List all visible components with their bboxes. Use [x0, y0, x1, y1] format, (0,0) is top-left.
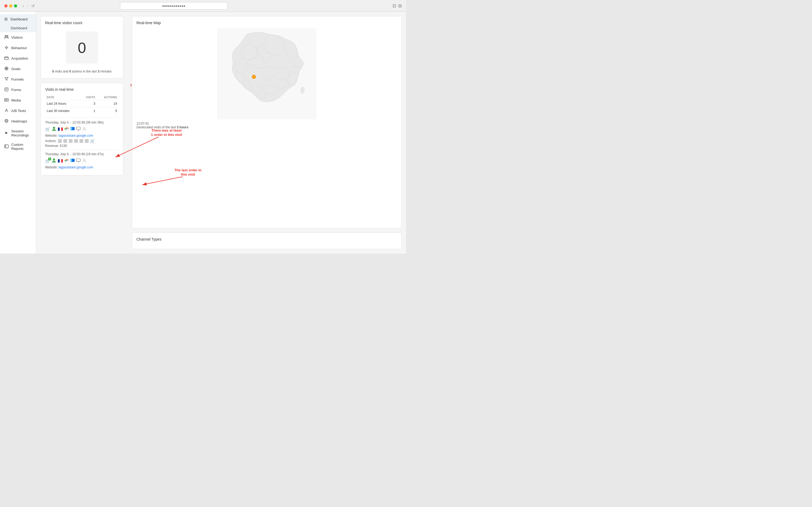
- sidebar-item-label: Forms: [11, 88, 21, 92]
- goals-icon: [4, 66, 9, 71]
- visit-entry-1: Thursday, July 4, - 12:03:39 (39 min 38s…: [45, 118, 119, 149]
- map-container: [136, 28, 397, 119]
- address-text: ●●●●●●●●●●●●: [162, 4, 185, 8]
- location-marker: [252, 75, 256, 79]
- finder-icon: [70, 126, 75, 132]
- address-bar[interactable]: ●●●●●●●●●●●●: [120, 2, 227, 10]
- svg-point-28: [66, 160, 67, 161]
- sidebar-toggle-icon[interactable]: ⊡: [393, 3, 396, 8]
- france-map-svg: [136, 28, 397, 119]
- visitor-count-number: 0: [77, 39, 86, 56]
- action-file-icon: [69, 139, 72, 143]
- sidebar-item-label: A/B Tests: [11, 109, 26, 113]
- summary-actions: 0: [69, 69, 71, 73]
- visit-datetime-2: Thursday, July 4, - 10:50:49 (19 min 47s…: [45, 152, 119, 156]
- sidebar: ⊞ Dashboard Dashboard Visitors: [0, 12, 36, 253]
- sidebar-item-label: Dashboard: [10, 17, 27, 21]
- finder-icon-2: [70, 158, 75, 164]
- sidebar-item-goals[interactable]: Goals: [0, 64, 36, 74]
- sidebar-item-custom-reports[interactable]: Custom Reports: [0, 140, 36, 153]
- svg-rect-33: [76, 159, 80, 161]
- action-file-icon: [63, 139, 67, 143]
- sidebar-item-label: Session Recordings: [11, 129, 32, 137]
- browser-toolbar: ‹ › ↺ ●●●●●●●●●●●● ⊡ ⊟: [0, 0, 406, 12]
- table-row: Last 30 minutes 1 5: [45, 107, 119, 115]
- svg-point-18: [66, 128, 67, 129]
- visit-icons-2: 🛒 1: [45, 158, 119, 164]
- desktop-icon-2: [76, 158, 81, 164]
- sidebar-item-media[interactable]: Media: [0, 95, 36, 106]
- forward-button[interactable]: ›: [26, 3, 30, 9]
- chrome-icon: [64, 126, 69, 132]
- main-content: Real-time visitor count 0 0 visits and 0…: [36, 12, 406, 253]
- visitors-icon: [4, 35, 9, 40]
- realtime-visits-title: Visits in real-time: [45, 87, 119, 92]
- website-link-1[interactable]: tagassistant.google.com: [59, 134, 93, 137]
- svg-point-7: [6, 68, 7, 69]
- sidebar-item-label: Visitors: [11, 36, 22, 40]
- minimize-button[interactable]: [9, 4, 12, 7]
- sidebar-item-label: Funnels: [11, 77, 23, 81]
- col-date: DATE: [45, 95, 80, 100]
- visit-actions-1: Actions: 🛒: [45, 138, 119, 144]
- svg-point-31: [71, 160, 72, 161]
- split-view-icon[interactable]: ⊟: [398, 3, 402, 8]
- sidebar-item-funnels[interactable]: Funnels: [0, 74, 36, 84]
- cart-icon: 🛒: [45, 127, 50, 131]
- user-silhouette-icon: [82, 126, 87, 132]
- acquisition-icon: [4, 56, 9, 61]
- sidebar-item-acquisition[interactable]: Acquisition: [0, 53, 36, 64]
- france-flag-icon: [58, 127, 63, 131]
- row-visits: 1: [80, 107, 97, 115]
- svg-rect-13: [5, 145, 8, 148]
- visits-table: DATE VISITS ACTIONS Last 24 hours 3 14: [45, 95, 119, 114]
- sidebar-item-visitors[interactable]: Visitors: [0, 32, 36, 43]
- sidebar-subitem-dashboard[interactable]: Dashboard: [0, 24, 36, 32]
- svg-rect-23: [76, 127, 80, 130]
- svg-point-34: [83, 159, 85, 161]
- svg-point-25: [53, 158, 55, 161]
- svg-point-24: [83, 127, 85, 129]
- row-actions: 5: [97, 107, 119, 115]
- sidebar-item-label: Goals: [11, 67, 20, 71]
- close-button[interactable]: [4, 4, 7, 7]
- visitor-summary: 0 visits and 0 actions in the last 3 min…: [45, 69, 119, 74]
- sidebar-item-session-recordings[interactable]: Session Recordings: [0, 126, 36, 140]
- france-flag-icon-2: [58, 159, 63, 163]
- back-button[interactable]: ‹: [21, 3, 25, 9]
- sidebar-item-forms[interactable]: Forms: [0, 84, 36, 95]
- sidebar-item-ab-tests[interactable]: A/B Tests: [0, 106, 36, 116]
- visit-revenue-1: Revenue: €130: [45, 144, 119, 148]
- realtime-visitor-card: Real-time visitor count 0 0 visits and 0…: [41, 16, 123, 78]
- visit-icons-1: 🛒: [45, 126, 119, 132]
- maximize-button[interactable]: [14, 4, 17, 7]
- svg-point-2: [5, 36, 6, 37]
- sidebar-item-behaviour[interactable]: Behaviour: [0, 43, 36, 53]
- action-file-icon: [85, 139, 89, 143]
- sidebar-item-dashboard[interactable]: ⊞ Dashboard: [0, 14, 36, 24]
- realtime-visits-card: Visits in real-time There was at least 1…: [41, 83, 123, 175]
- reload-button[interactable]: ↺: [31, 3, 36, 9]
- svg-point-3: [6, 47, 7, 48]
- svg-marker-12: [5, 131, 8, 134]
- left-panel: Real-time visitor count 0 0 visits and 0…: [36, 12, 127, 253]
- sidebar-item-label: Media: [11, 98, 21, 102]
- media-icon: [4, 98, 9, 103]
- realtime-map-card: Real-time Map: [132, 16, 402, 228]
- dashboard-icon: ⊞: [4, 17, 8, 21]
- svg-rect-8: [5, 88, 8, 91]
- realtime-map-title: Real-time Map: [136, 21, 397, 25]
- summary-visits: 0: [52, 69, 54, 73]
- sidebar-item-heatmaps[interactable]: Heatmaps: [0, 116, 36, 126]
- desktop-icon: [76, 126, 81, 132]
- behaviour-icon: [4, 45, 9, 51]
- sidebar-item-label: Custom Reports: [11, 143, 32, 151]
- cart-action-icon: 🛒: [90, 138, 95, 144]
- svg-point-14: [53, 127, 55, 129]
- visitor-count-display: 0: [66, 32, 98, 64]
- sidebar-item-label: Acquisition: [11, 56, 28, 60]
- website-link-2[interactable]: tagassistant.google.com: [59, 165, 93, 169]
- realtime-visitor-title: Real-time visitor count: [45, 21, 119, 25]
- map-geo-label: Geolocated visits of the last 3 hours: [136, 125, 397, 129]
- action-file-icon: [74, 139, 78, 143]
